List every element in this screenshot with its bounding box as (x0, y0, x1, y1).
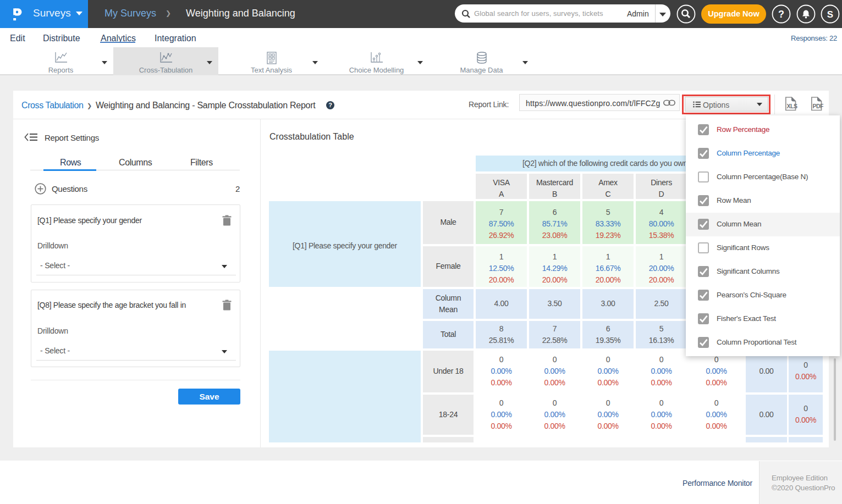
svg-text:PDF: PDF (813, 103, 824, 109)
svg-text:S: S (827, 9, 833, 20)
svg-text:?: ? (778, 9, 784, 20)
svg-text:XLS: XLS (787, 103, 797, 109)
